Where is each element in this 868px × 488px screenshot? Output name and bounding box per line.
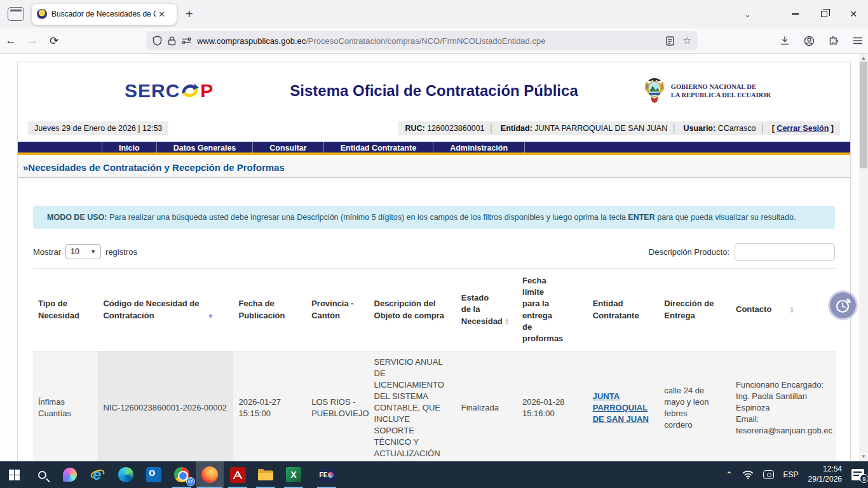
col-codigo-necesidad[interactable]: Código de Necesidad de Contratación▼ [98, 269, 233, 351]
col-tipo-necesidad[interactable]: Tipo de Necesidad [33, 269, 98, 351]
list-all-tabs-icon[interactable]: ⌄ [744, 10, 751, 19]
firefox-view-icon[interactable] [8, 7, 24, 21]
taskbar-copilot-button[interactable] [56, 461, 84, 488]
show-entries-select[interactable]: 10 ▼ [65, 244, 101, 259]
taskbar-search-button[interactable] [28, 461, 56, 488]
floating-clock-widget[interactable] [830, 292, 856, 318]
taskbar-chrome-button[interactable]: @ [168, 461, 196, 488]
file-explorer-icon [257, 468, 274, 482]
outlook-icon [146, 467, 161, 482]
window-restore-button[interactable] [810, 0, 839, 28]
current-datetime: Jueves 29 de Enero de 2026 | 12:53 [28, 121, 168, 135]
extensions-icon[interactable] [829, 36, 839, 46]
col-contacto[interactable]: Contacto▲▼ [731, 269, 836, 351]
cell-provincia: LOS RIOS - PUEBLOVIEJO [306, 351, 369, 461]
page-viewport: Sistema Oficial de Contratación Pública … [0, 54, 868, 461]
col-fecha-limite[interactable]: Fecha límite para la entrega de proforma… [517, 269, 588, 351]
session-info-row: Jueves 29 de Enero de 2026 | 12:53 RUC: … [18, 119, 850, 137]
taskbar-acrobat-button[interactable] [224, 461, 252, 488]
notice-label: MODO DE USO: [47, 213, 107, 222]
col-estado-necesidad[interactable]: Estado de la Necesidad▲▼ [456, 269, 517, 351]
col-fecha-publicacion[interactable]: Fecha de Publicación [233, 269, 306, 351]
logout-link[interactable]: Cerrar Sesión [776, 124, 829, 133]
notification-center-icon[interactable]: 9 [851, 469, 864, 480]
browser-toolbar: ← → ⟳ www.compraspublicas.gob.ec/Proceso… [0, 28, 868, 54]
tray-clock[interactable]: 12:54 29/1/2026 [808, 464, 842, 484]
lock-icon[interactable] [168, 36, 176, 46]
entity-link[interactable]: JUNTA PARROQUIAL DE SAN JUAN [593, 391, 651, 425]
url-bar[interactable]: www.compraspublicas.gob.ec/ProcesoContra… [146, 31, 698, 50]
taskbar-excel-button[interactable]: X [280, 461, 308, 488]
product-filter-input[interactable] [735, 243, 835, 261]
window-close-button[interactable]: ✕ [839, 0, 868, 28]
sercop-logo: SERC P [125, 80, 214, 102]
back-icon[interactable]: ← [0, 34, 22, 47]
tab-close-icon[interactable]: ✕ [158, 10, 165, 19]
col-provincia-canton[interactable]: Provincia - Cantón [306, 269, 369, 351]
taskbar-fe-app-button[interactable]: FE [313, 461, 341, 488]
at-badge-icon: @ [186, 477, 195, 486]
logout-bracket-open: [ [772, 124, 775, 133]
sort-desc-icon: ▼ [207, 313, 214, 320]
site-favicon [37, 9, 47, 19]
acrobat-icon [230, 467, 246, 483]
show-entries-value: 10 [71, 247, 79, 256]
window-minimize-button[interactable] [780, 0, 810, 28]
cell-contacto: Funcionario Encargado: Ing. Paola Santil… [731, 351, 836, 461]
cell-descripcion: SERVICIO ANUAL DE LICENCIAMIENTO DEL SIS… [369, 351, 456, 461]
page-title: »Necesidades de Contratación y Recepción… [23, 162, 285, 173]
reload-icon[interactable]: ⟳ [43, 34, 65, 48]
ruc-label: RUC: [405, 124, 424, 133]
nav-item-administracion[interactable]: Administración [433, 142, 525, 152]
downloads-icon[interactable] [780, 36, 790, 46]
taskbar-internet-explorer-button[interactable]: e [84, 461, 112, 488]
permissions-icon[interactable] [182, 37, 191, 44]
start-button[interactable] [0, 461, 28, 488]
government-brand: GOBIERNO NACIONAL DE LA REPUBLICA DEL EC… [643, 77, 771, 105]
nav-item-datos-generales[interactable]: Datos Generales [156, 142, 253, 152]
search-icon [38, 471, 46, 479]
cell-entidad: JUNTA PARROQUIAL DE SAN JUAN [588, 351, 660, 461]
site-header: Sistema Oficial de Contratación Pública … [18, 62, 850, 119]
taskbar-outlook-button[interactable] [140, 461, 168, 488]
bookmark-star-icon[interactable]: ☆ [683, 35, 691, 46]
forward-icon[interactable]: → [22, 34, 43, 47]
tray-date: 29/1/2026 [808, 475, 842, 485]
gov-text-line1: GOBIERNO NACIONAL DE [671, 83, 771, 91]
ecuador-coat-of-arms-icon [643, 77, 666, 105]
taskbar-edge-button[interactable] [112, 461, 140, 488]
sercop-logo-text-left: SERC [125, 80, 180, 102]
account-icon[interactable] [804, 36, 815, 46]
nav-item-inicio[interactable]: Inicio [102, 142, 156, 152]
edge-icon [118, 467, 133, 482]
col-entidad-contratante[interactable]: Entidad Contratante [588, 269, 660, 351]
user-label: Usuario: [683, 124, 715, 133]
menu-hamburger-icon[interactable] [853, 36, 863, 45]
scrollbar-thumb[interactable] [860, 62, 867, 168]
screen-capture-icon[interactable] [763, 470, 774, 479]
cell-fecha-publicacion: 2026-01-27 15:15:00 [233, 351, 306, 461]
scroll-down-icon[interactable]: ▼ [859, 452, 868, 461]
wifi-icon[interactable] [742, 470, 754, 479]
url-text: www.compraspublicas.gob.ec/ProcesoContra… [197, 36, 662, 46]
tray-time: 12:54 [808, 464, 842, 475]
notice-text-1: Para realizar una búsqueda usted debe in… [107, 213, 628, 222]
language-indicator[interactable]: ESP [783, 470, 799, 479]
new-tab-button[interactable]: + [186, 7, 193, 22]
gov-text-line2: LA REPUBLICA DEL ECUADOR [671, 91, 771, 99]
windows-taskbar: e @ X FE ⌃ ESP 12:54 29/1/2026 [0, 461, 868, 488]
nav-item-entidad-contratante[interactable]: Entidad Contratante [323, 142, 433, 152]
logout-bracket-close: ] [831, 124, 834, 133]
taskbar-file-explorer-button[interactable] [252, 461, 280, 488]
col-direccion-entrega[interactable]: Dirección de Entrega [659, 269, 731, 351]
tray-show-hidden-icon[interactable]: ⌃ [726, 470, 733, 479]
col-descripcion-objeto[interactable]: Descripción del Objeto de compra [369, 269, 456, 351]
page-scrollbar[interactable]: ▲ ▼ [859, 54, 868, 461]
browser-tab[interactable]: Buscador de Necesidades de Co ✕ [32, 4, 177, 25]
taskbar-firefox-button[interactable] [196, 461, 224, 488]
sercop-swirl-icon [180, 81, 200, 100]
nav-item-consultar[interactable]: Consultar [252, 142, 323, 152]
reader-view-icon[interactable] [666, 36, 674, 46]
shield-icon[interactable] [153, 36, 162, 46]
windows-logo-icon [9, 470, 20, 480]
